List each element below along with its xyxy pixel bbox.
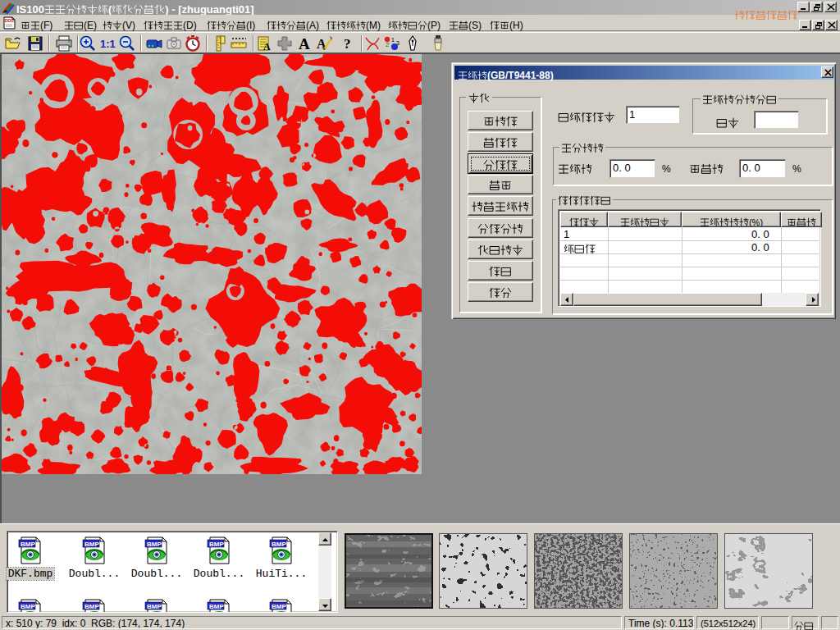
svg-text:BMP: BMP — [21, 541, 35, 548]
svg-text:A: A — [299, 35, 310, 52]
svg-text:A: A — [263, 41, 271, 52]
svg-text:BMP: BMP — [84, 603, 99, 610]
svg-text:?: ? — [344, 36, 351, 52]
svg-text:BMP: BMP — [147, 603, 162, 610]
svg-text:3: 3 — [396, 40, 399, 46]
svg-text:BMP: BMP — [209, 603, 224, 610]
svg-text:BMP: BMP — [272, 541, 286, 548]
svg-text:1: 1 — [391, 37, 395, 43]
svg-text:1:1: 1:1 — [100, 38, 116, 50]
svg-text:BMP: BMP — [147, 541, 162, 548]
svg-text:DOC: DOC — [5, 18, 15, 23]
svg-text:BMP: BMP — [272, 603, 286, 610]
svg-text:BMP: BMP — [84, 541, 99, 548]
svg-text:2: 2 — [386, 41, 390, 48]
svg-text:BMP: BMP — [21, 603, 35, 610]
svg-text:BMP: BMP — [209, 541, 224, 548]
